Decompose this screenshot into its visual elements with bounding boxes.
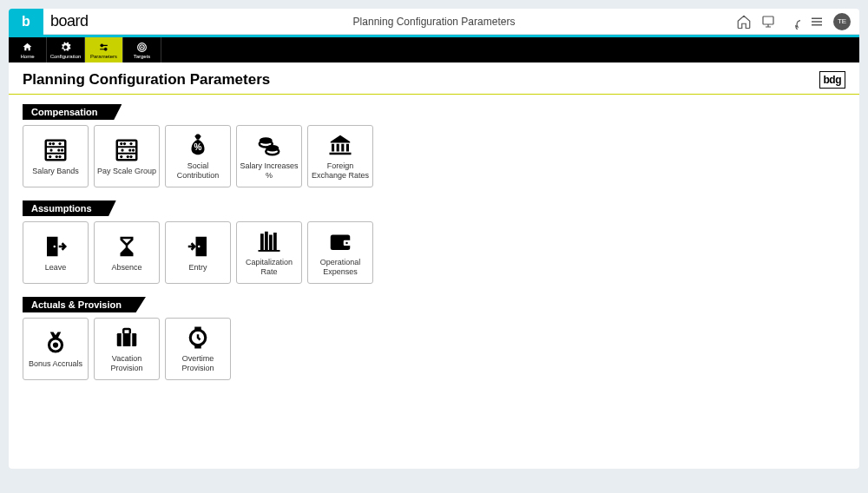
menu-icon[interactable] bbox=[809, 14, 825, 30]
nav-label: Parameters bbox=[90, 54, 117, 59]
card-foreign-exchange-rates[interactable]: Foreign Exchange Rates bbox=[307, 125, 373, 187]
avatar[interactable]: TE bbox=[833, 13, 851, 30]
nav-home[interactable]: Home bbox=[9, 37, 47, 62]
card-label: Bonus Accruals bbox=[29, 359, 82, 369]
abacus-icon bbox=[43, 137, 69, 163]
card-label: Absence bbox=[111, 263, 141, 273]
card-label: Salary Bands bbox=[32, 167, 79, 176]
card-leave[interactable]: Leave bbox=[23, 221, 89, 284]
card-row: Salary BandsPay Scale GroupSocial Contri… bbox=[23, 125, 845, 187]
nav-parameters[interactable]: Parameters bbox=[85, 37, 123, 62]
section-label: Actuals & Provision bbox=[23, 297, 146, 312]
door-out-icon bbox=[43, 233, 69, 260]
bank-icon bbox=[327, 132, 353, 158]
nav-configuration[interactable]: Configuration bbox=[47, 37, 85, 62]
corner-badge: bdg bbox=[819, 71, 846, 89]
card-label: Entry bbox=[188, 263, 207, 273]
card-label: Foreign Exchange Rates bbox=[310, 161, 371, 181]
card-bonus-accruals[interactable]: Bonus Accruals bbox=[23, 318, 89, 380]
card-operational-expenses[interactable]: Operational Expenses bbox=[307, 221, 373, 284]
svg-point-2 bbox=[104, 48, 107, 50]
card-label: Salary Increases % bbox=[239, 161, 299, 181]
card-label: Operational Expenses bbox=[310, 258, 371, 277]
page-title: Planning Configuration Parameters bbox=[23, 71, 270, 89]
card-capitalization-rate[interactable]: Capitalization Rate bbox=[236, 221, 302, 284]
svg-rect-0 bbox=[763, 16, 773, 24]
nav-label: Targets bbox=[134, 54, 151, 59]
window-title: Planning Configuration Parameters bbox=[353, 16, 516, 28]
home-icon[interactable] bbox=[736, 14, 752, 30]
medal-icon bbox=[43, 330, 69, 356]
presentation-icon[interactable] bbox=[760, 14, 776, 30]
card-label: Leave bbox=[45, 263, 67, 273]
watch-icon bbox=[185, 325, 211, 351]
card-label: Pay Scale Group bbox=[97, 167, 156, 176]
card-row: LeaveAbsenceEntryCapitalization RateOper… bbox=[23, 221, 845, 284]
card-salary-bands[interactable]: Salary Bands bbox=[23, 125, 89, 187]
suitcase-icon bbox=[114, 325, 140, 351]
hourglass-icon bbox=[114, 233, 140, 260]
abacus-icon bbox=[114, 137, 140, 163]
section-label: Assumptions bbox=[23, 200, 116, 216]
coins-icon bbox=[256, 132, 282, 158]
titlebar: b board Planning Configuration Parameter… bbox=[9, 9, 859, 35]
nav-targets[interactable]: Targets bbox=[123, 37, 161, 62]
nav-label: Home bbox=[20, 54, 34, 59]
card-label: Social Contribution bbox=[168, 161, 228, 181]
nav-label: Configuration bbox=[50, 54, 82, 59]
card-social-contribution[interactable]: Social Contribution bbox=[165, 125, 231, 187]
card-absence[interactable]: Absence bbox=[94, 221, 160, 284]
wallet-icon bbox=[327, 228, 353, 254]
svg-point-5 bbox=[141, 46, 142, 47]
content: CompensationSalary BandsPay Scale GroupS… bbox=[9, 95, 859, 401]
app-logo: b bbox=[9, 9, 43, 35]
card-overtime-provision[interactable]: Overtime Provision bbox=[165, 318, 231, 380]
card-row: Bonus AccrualsVacation ProvisionOvertime… bbox=[23, 318, 845, 380]
card-salary-increases-[interactable]: Salary Increases % bbox=[236, 125, 302, 187]
chat-icon[interactable] bbox=[785, 14, 800, 30]
section-label: Compensation bbox=[23, 104, 122, 120]
card-label: Overtime Provision bbox=[168, 354, 228, 373]
books-icon bbox=[256, 228, 282, 254]
navbar: Home Configuration Parameters Targets bbox=[9, 37, 859, 62]
card-pay-scale-group[interactable]: Pay Scale Group bbox=[94, 125, 160, 187]
card-entry[interactable]: Entry bbox=[165, 221, 231, 284]
card-label: Capitalization Rate bbox=[239, 258, 299, 277]
svg-point-1 bbox=[101, 43, 103, 46]
card-label: Vacation Provision bbox=[96, 354, 157, 373]
door-in-icon bbox=[185, 233, 211, 260]
card-vacation-provision[interactable]: Vacation Provision bbox=[94, 318, 160, 380]
moneybag-icon bbox=[185, 132, 211, 158]
brand-text: board bbox=[50, 12, 89, 30]
